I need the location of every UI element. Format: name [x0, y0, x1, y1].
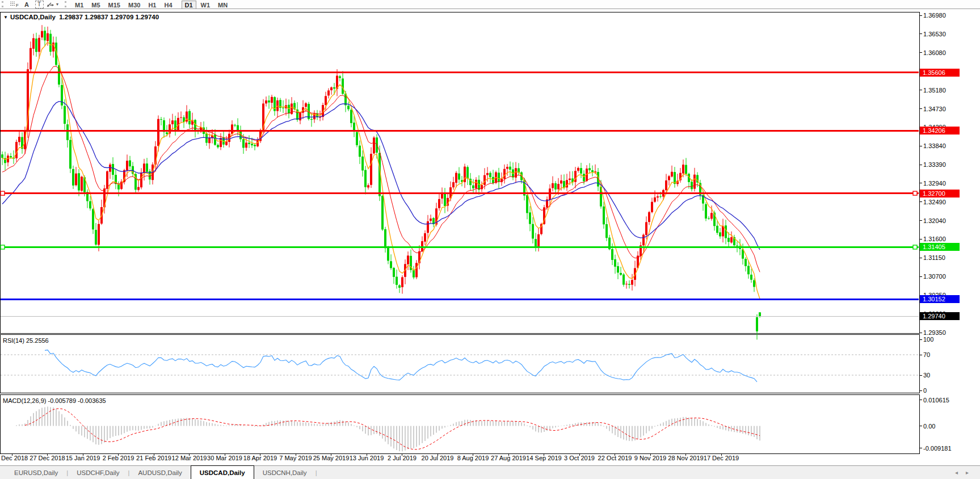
candle-body	[705, 204, 707, 219]
candle-body	[725, 225, 727, 238]
candle-body	[361, 157, 364, 171]
candle-body	[693, 175, 696, 189]
date-label: 12 Mar 2019	[172, 455, 207, 461]
rsi-tick-label: 100	[923, 335, 933, 343]
line-handle[interactable]	[913, 245, 917, 249]
candle-body	[41, 31, 43, 37]
candle-body	[268, 100, 270, 103]
candle-body	[95, 230, 97, 245]
candle-body	[727, 238, 730, 242]
candle-body	[251, 144, 253, 145]
price-level-badge: 1.30152	[920, 295, 960, 303]
candle-body	[112, 164, 114, 175]
candle-body	[526, 195, 528, 213]
candle-body	[532, 224, 534, 239]
candle-body	[376, 137, 378, 153]
rsi-panel[interactable]	[1, 335, 920, 393]
symbol-tab-usdcad[interactable]: USDCAD,Daily	[191, 465, 254, 479]
candle-body	[659, 196, 662, 197]
date-label: 22 Oct 2019	[598, 455, 632, 461]
candle-body	[750, 275, 752, 280]
candle-body	[15, 142, 18, 158]
date-label: 21 Feb 2019	[136, 455, 171, 461]
date-label: 2 Feb 2019	[103, 455, 134, 461]
date-label: 27 Aug 2019	[491, 455, 526, 461]
candle-body	[396, 277, 398, 285]
candle-body	[347, 106, 350, 109]
chart-canvas[interactable]	[0, 0, 980, 479]
candle-body	[483, 175, 486, 185]
date-label: 18 Apr 2019	[243, 455, 277, 461]
collapse-arrow-icon[interactable]: ▼	[3, 15, 8, 20]
candle-body	[413, 270, 415, 277]
candle-body	[458, 174, 460, 180]
date-label: 27 Dec 2018	[30, 455, 65, 461]
symbol-tab-eurusd[interactable]: EURUSD,Daily	[6, 466, 66, 479]
candle-body	[685, 165, 687, 174]
candle-body	[393, 268, 395, 277]
tab-separator: |	[316, 466, 317, 479]
line-handle[interactable]	[913, 191, 917, 195]
candle-body	[146, 163, 148, 172]
candle-body	[648, 212, 650, 222]
candle-body	[620, 273, 622, 275]
candle-body	[535, 239, 537, 246]
candle-body	[591, 170, 594, 172]
candle-body	[569, 179, 571, 180]
candle-body	[671, 172, 673, 177]
candle-body	[89, 201, 91, 209]
candle-body	[503, 169, 506, 179]
candle-body	[747, 266, 750, 274]
candle-body	[753, 280, 755, 287]
symbol-tab-audusd[interactable]: AUDUSD,Daily	[129, 466, 190, 479]
candle-body	[242, 139, 245, 148]
date-label: 17 Dec 2019	[704, 455, 739, 461]
date-label: 20 Jul 2019	[422, 455, 454, 461]
tab-scroll-right-icon[interactable]: ▸	[966, 469, 977, 476]
candle-body	[424, 233, 426, 242]
candle-body	[10, 156, 12, 157]
candle-body	[66, 124, 69, 140]
candle-body	[489, 173, 491, 178]
symbol-tab-usdcnh[interactable]: USDCNH,Daily	[254, 466, 316, 479]
candle-body	[140, 173, 142, 187]
rsi-value: 25.2556	[26, 337, 49, 344]
candle-body	[509, 167, 511, 170]
candle-body	[32, 38, 35, 48]
candle-body	[438, 199, 440, 208]
candle-body	[265, 100, 267, 103]
candle-body	[401, 277, 403, 287]
price-tick-label: 1.33390	[923, 161, 946, 169]
candle-body	[69, 140, 71, 169]
candle-body	[657, 196, 659, 198]
symbol-tab-usdchf[interactable]: USDCHF,Daily	[68, 466, 128, 479]
candle-body	[560, 180, 562, 183]
line-handle[interactable]	[1, 245, 5, 249]
tab-scroll-left-icon[interactable]: ◂	[955, 469, 966, 476]
candle-body	[444, 192, 446, 205]
candle-body	[81, 177, 83, 191]
candle-body	[305, 103, 307, 107]
macd-panel[interactable]	[1, 395, 920, 454]
line-handle[interactable]	[1, 191, 5, 195]
candle-body	[18, 137, 20, 142]
candle-body	[234, 125, 236, 125]
macd-indicator-label: MACD(12,26,9) -0.005789 -0.003635	[3, 397, 106, 404]
price-level-badge: 1.32700	[920, 190, 960, 198]
chart-title: ▼USDCAD,Daily 1.29837 1.29837 1.29709 1.…	[3, 14, 159, 20]
candle-body	[407, 255, 409, 264]
price-tick-label: 1.32040	[923, 217, 946, 225]
candle-body	[327, 90, 330, 95]
candle-body	[577, 168, 579, 171]
candle-body	[452, 182, 455, 187]
candle-body	[651, 202, 653, 212]
candle-body	[220, 138, 222, 147]
date-label: 8 Aug 2019	[457, 455, 489, 461]
candle-body	[166, 132, 168, 134]
candle-body	[427, 221, 429, 233]
price-tick-label: 1.33840	[923, 142, 946, 150]
candle-body	[549, 188, 551, 200]
candle-body	[603, 207, 605, 225]
candle-body	[350, 110, 352, 123]
date-label: 9 Nov 2019	[634, 455, 666, 461]
